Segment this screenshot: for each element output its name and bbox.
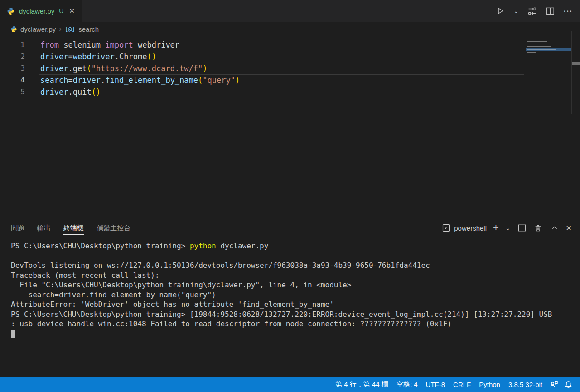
git-status-badge: U <box>59 7 63 15</box>
python-file-icon <box>10 25 17 33</box>
breadcrumb-separator-icon: › <box>59 25 61 33</box>
tab-file-name: dyclawer.py <box>19 7 54 15</box>
editor-actions: ⌄ ⋯ <box>495 0 580 22</box>
panel-tab-2[interactable]: 終端機 <box>57 218 90 237</box>
terminal-output[interactable]: PS C:\Users\CHU\Desktop\python training>… <box>0 237 580 339</box>
status-items: 第 4 行，第 44 欄空格: 4UTF-8CRLFPython3.8.5 32… <box>331 377 546 392</box>
symbol-variable-icon: [@] <box>65 26 75 33</box>
status-language[interactable]: Python <box>475 377 504 392</box>
panel-tab-0[interactable]: 問題 <box>5 218 31 237</box>
terminal-lines: PS C:\Users\CHU\Desktop\python training>… <box>11 241 580 329</box>
terminal-line: File "C:\Users\CHU\Desktop\python traini… <box>11 280 580 290</box>
terminal-shell-picker[interactable]: powershell <box>442 224 487 232</box>
terminal-line <box>11 251 580 261</box>
new-terminal-icon[interactable]: + <box>493 223 499 233</box>
code-line-4[interactable]: 4search=driver.find_element_by_name("que… <box>0 74 580 86</box>
line-number: 3 <box>0 63 25 74</box>
terminal-dropdown-chevron-icon[interactable]: ⌄ <box>505 224 511 232</box>
feedback-icon[interactable] <box>546 377 561 392</box>
notifications-bell-icon[interactable] <box>561 377 575 392</box>
status-bar: 第 4 行，第 44 欄空格: 4UTF-8CRLFPython3.8.5 32… <box>0 377 580 392</box>
tab-dyclawer-py[interactable]: dyclawer.py U ✕ <box>0 0 82 22</box>
editor-tab-bar: dyclawer.py U ✕ ⌄ ⋯ <box>0 0 580 22</box>
terminal-icon <box>442 224 450 232</box>
shell-label: powershell <box>454 224 487 232</box>
line-number: 5 <box>0 86 25 98</box>
code-line-2[interactable]: 2driver=webdriver.Chrome() <box>0 51 580 63</box>
panel-tabs: 問題輸出終端機偵錯主控台 <box>5 218 137 237</box>
terminal-cursor <box>11 330 15 338</box>
breadcrumb: dyclawer.py › [@] search <box>0 22 580 36</box>
status-cursor-position[interactable]: 第 4 行，第 44 欄 <box>331 377 392 392</box>
status-interpreter[interactable]: 3.8.5 32-bit <box>504 377 546 392</box>
code-area: 1from selenium import webdriver2driver=w… <box>0 39 580 98</box>
terminal-line: PS C:\Users\CHU\Desktop\python training>… <box>11 241 580 251</box>
terminal-line: : usb_device_handle_win.cc:1048 Failed t… <box>11 319 580 329</box>
terminal-line: search=driver.find_element_by_name("quer… <box>11 290 580 300</box>
overview-ruler-cursor-mark <box>572 62 580 65</box>
split-editor-icon[interactable] <box>545 6 555 16</box>
code-line-1[interactable]: 1from selenium import webdriver <box>0 39 580 51</box>
line-number: 4 <box>0 74 25 86</box>
terminal-line: DevTools listening on ws://127.0.0.1:501… <box>11 261 580 271</box>
kill-terminal-trash-icon[interactable] <box>533 223 543 233</box>
terminal-line: Traceback (most recent call last): <box>11 271 580 281</box>
status-indentation[interactable]: 空格: 4 <box>392 377 422 392</box>
open-changes-icon[interactable] <box>527 6 537 16</box>
close-panel-icon[interactable]: ✕ <box>566 224 572 232</box>
status-encoding[interactable]: UTF-8 <box>422 377 450 392</box>
line-number: 2 <box>0 51 25 63</box>
terminal-line: PS C:\Users\CHU\Desktop\python training>… <box>11 310 580 319</box>
line-number: 1 <box>0 39 25 51</box>
terminal-line: AttributeError: 'WebDriver' object has n… <box>11 300 580 310</box>
tab-close-icon[interactable]: ✕ <box>67 6 77 16</box>
code-line-3[interactable]: 3driver.get("https://www.dcard.tw/f") <box>0 63 580 74</box>
status-eol[interactable]: CRLF <box>449 377 475 392</box>
minimap-line <box>526 51 571 53</box>
overview-ruler-border <box>571 31 572 114</box>
bottom-panel: 問題輸出終端機偵錯主控台 powershell + ⌄ ✕ <box>0 218 580 377</box>
panel-header: 問題輸出終端機偵錯主控台 powershell + ⌄ ✕ <box>0 218 580 237</box>
code-editor[interactable]: 1from selenium import webdriver2driver=w… <box>0 36 580 218</box>
more-actions-icon[interactable]: ⋯ <box>563 5 573 16</box>
code-line-5[interactable]: 5driver.quit() <box>0 86 580 98</box>
minimap[interactable] <box>526 40 571 53</box>
maximize-panel-chevron-icon[interactable] <box>550 223 560 233</box>
breadcrumb-file[interactable]: dyclawer.py <box>20 25 56 33</box>
run-python-file-button[interactable] <box>495 6 505 16</box>
vscode-window: dyclawer.py U ✕ ⌄ ⋯ <box>0 0 580 392</box>
terminal-prompt-line <box>11 329 580 339</box>
breadcrumb-symbol[interactable]: search <box>78 25 99 33</box>
panel-actions: powershell + ⌄ ✕ <box>442 223 575 233</box>
split-terminal-icon[interactable] <box>517 223 527 233</box>
run-dropdown-chevron-icon[interactable]: ⌄ <box>513 7 519 15</box>
python-file-icon <box>6 6 15 16</box>
panel-tab-3[interactable]: 偵錯主控台 <box>90 218 137 237</box>
panel-tab-1[interactable]: 輸出 <box>31 218 57 237</box>
